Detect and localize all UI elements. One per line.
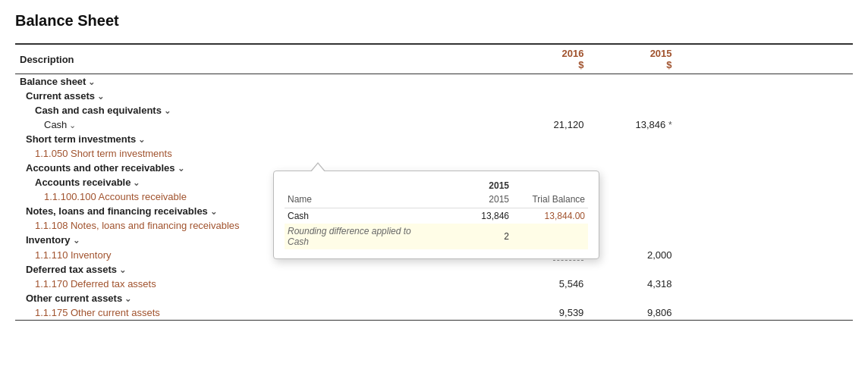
popup-cash-2015: 13,846	[436, 208, 512, 224]
popup-arrow-inner	[311, 164, 325, 172]
row-cash-equiv: Cash and cash equivalents⌄	[15, 103, 853, 117]
cash-2015-val: 13,846 *	[588, 117, 676, 132]
popup-trial-col: Trial Balance	[512, 192, 588, 208]
row-deferred-tax: Deferred tax assets⌄	[15, 262, 853, 277]
header-description: Description	[15, 44, 500, 74]
asterisk-icon: *	[668, 120, 672, 130]
chevron-icon[interactable]: ⌄	[178, 164, 184, 173]
table-header-row: Description 2016 $ 2015 $	[15, 44, 853, 74]
page-title: Balance Sheet	[15, 12, 853, 30]
chevron-icon[interactable]: ⌄	[124, 294, 131, 303]
account-label: 1.1.170 Deferred tax assets	[15, 277, 500, 291]
popup-rounding-name: Rounding difference applied to Cash	[285, 224, 436, 249]
other-2015-val: 9,806	[588, 305, 676, 321]
row-other-current: Other current assets⌄	[15, 291, 853, 305]
row-account-1-1-170: 1.1.170 Deferred tax assets 5,546 4,318	[15, 277, 853, 291]
popup-cash-trial[interactable]: 13,844.00	[512, 208, 588, 224]
chevron-icon[interactable]: ⌄	[119, 265, 126, 274]
popup-table: 2015 Name 2015 Trial Balance Cash 13,846…	[285, 179, 588, 249]
cash-2016-val: 21,120	[500, 117, 588, 132]
account-label: 1.1.175 Other current assets	[15, 305, 500, 321]
chevron-icon[interactable]: ⌄	[133, 178, 140, 187]
account-label: 1.1.050 Short term investments	[15, 146, 500, 161]
inventory-2015-val: 2,000	[588, 247, 676, 262]
popup-rounding-trial	[512, 224, 588, 249]
popup-row-rounding: Rounding difference applied to Cash 2	[285, 224, 588, 249]
chevron-icon[interactable]: ⌄	[164, 106, 171, 115]
popup-name-col: Name	[285, 192, 436, 208]
row-cash: Cash⌄ 21,120 13,846 *	[15, 117, 853, 132]
chevron-icon[interactable]: ⌄	[97, 92, 104, 101]
row-balance-sheet: Balance sheet⌄	[15, 74, 853, 89]
deferred-2015-val: 4,318	[588, 277, 676, 291]
chevron-icon[interactable]: ⌄	[138, 135, 145, 144]
deferred-2016-val: 5,546	[500, 277, 588, 291]
popup-tooltip: 2015 Name 2015 Trial Balance Cash 13,846…	[273, 171, 599, 259]
popup-rounding-val: 2	[436, 224, 512, 249]
other-2016-val: 9,539	[500, 305, 588, 321]
popup-cash-name: Cash	[285, 208, 436, 224]
popup-row-cash: Cash 13,846 13,844.00	[285, 208, 588, 224]
chevron-icon[interactable]: ⌄	[73, 236, 80, 245]
chevron-icon[interactable]: ⌄	[210, 207, 217, 216]
header-2016: 2016 $	[500, 44, 588, 74]
row-account-1-1-175: 1.1.175 Other current assets 9,539 9,806	[15, 305, 853, 321]
chevron-icon[interactable]: ⌄	[69, 121, 76, 130]
header-2015: 2015 $	[588, 44, 676, 74]
row-short-term: Short term investments⌄	[15, 132, 853, 146]
row-current-assets: Current assets⌄	[15, 89, 853, 103]
row-account-1-1-050: 1.1.050 Short term investments	[15, 146, 853, 161]
popup-2015-col: 2015	[436, 192, 512, 208]
chevron-icon[interactable]: ⌄	[88, 77, 95, 86]
popup-year-header: 2015	[436, 179, 512, 192]
